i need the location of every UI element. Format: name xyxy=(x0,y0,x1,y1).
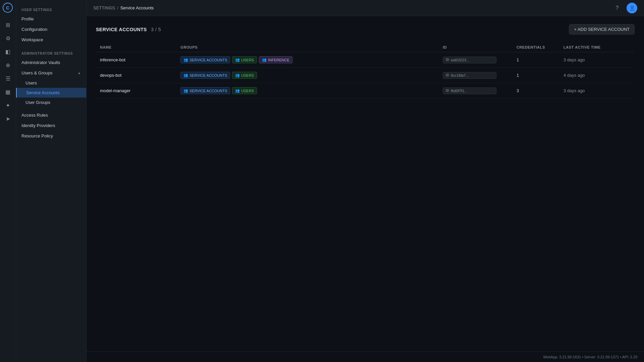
group-icon: 👥 xyxy=(183,88,188,93)
help-icon: ? xyxy=(616,5,619,11)
user-avatar[interactable]: 👤 xyxy=(627,3,637,13)
row-credentials: 1 xyxy=(517,57,564,62)
group-icon: 👥 xyxy=(183,73,188,77)
chevron-up-icon: ▲ xyxy=(77,71,81,75)
sidebar-item-configuration[interactable]: Configuration xyxy=(16,24,86,35)
row-groups: 👥 SERVICE ACCOUNTS 👥 USERS xyxy=(180,72,443,79)
row-id: ID f6d0f7f1... xyxy=(443,87,517,94)
sidebar-item-users-groups[interactable]: Users & Groups ▲ xyxy=(16,68,86,78)
sidebar-item-label: Profile xyxy=(21,16,34,21)
group-badge-svc-accounts: 👥 SERVICE ACCOUNTS xyxy=(180,87,230,94)
sidebar-item-workspace[interactable]: Workspace xyxy=(16,35,86,45)
add-service-account-button[interactable]: + ADD SERVICE ACCOUNT xyxy=(569,24,635,35)
sidebar-item-profile[interactable]: Profile xyxy=(16,14,86,24)
sidebar-sub-item-service-accounts[interactable]: Service Accounts xyxy=(16,88,86,98)
row-last-active: 4 days ago xyxy=(564,73,631,78)
nav-icon-network[interactable]: ⊕ xyxy=(2,59,14,71)
row-id: ID 9cc1fbb7... xyxy=(443,72,517,79)
avatar-icon: 👤 xyxy=(629,5,635,11)
sidebar-sub-item-users[interactable]: Users xyxy=(16,78,86,88)
sidebar-item-label: Users & Groups xyxy=(21,70,52,75)
group-badge-svc-accounts: 👥 SERVICE ACCOUNTS xyxy=(180,56,230,63)
id-prefix: ID xyxy=(446,58,449,62)
row-credentials: 3 xyxy=(517,88,564,93)
nav-icon-tools[interactable]: ✦ xyxy=(2,99,14,111)
id-value: ea81f223... xyxy=(451,58,469,62)
id-badge: ID f6d0f7f1... xyxy=(443,87,496,94)
breadcrumb: SETTINGS / Service Accounts xyxy=(93,5,154,10)
col-id: ID xyxy=(443,45,517,49)
col-name: NAME xyxy=(100,45,180,49)
sidebar-item-access-rules[interactable]: Access Rules xyxy=(16,110,86,120)
sidebar-sub-item-label: Users xyxy=(25,80,37,85)
col-credentials: CREDENTIALS xyxy=(517,45,564,49)
group-icon: 👥 xyxy=(183,58,188,62)
sidebar-sub-item-user-groups[interactable]: User Groups xyxy=(16,98,86,107)
group-badge-users: 👥 USERS xyxy=(232,87,257,94)
sidebar-item-label: Resource Policy xyxy=(21,133,53,138)
id-value: f6d0f7f1... xyxy=(451,89,467,93)
main-area: SETTINGS / Service Accounts ? 👤 SERVICE … xyxy=(87,0,644,362)
header: SETTINGS / Service Accounts ? 👤 xyxy=(87,0,644,16)
row-name: inference-bot xyxy=(100,57,180,62)
group-label: SERVICE ACCOUNTS xyxy=(190,89,227,93)
footer: WebApp: 3.21.99-1631 • Server: 3.21.99-1… xyxy=(87,351,644,362)
page-title: SERVICE ACCOUNTS 3 / 5 xyxy=(96,27,161,32)
svg-text:C: C xyxy=(6,5,9,10)
icon-bar: C ⊞ ⚙ ◧ ⊕ ☰ ▦ ✦ ➤ xyxy=(0,0,16,362)
id-badge: ID ea81f223... xyxy=(443,57,496,63)
nav-icon-arrow[interactable]: ➤ xyxy=(2,113,14,125)
sidebar: USER SETTINGS Profile Configuration Work… xyxy=(16,0,87,362)
sidebar-item-label: Administrator Vaults xyxy=(21,60,60,65)
id-badge: ID 9cc1fbb7... xyxy=(443,72,496,79)
breadcrumb-root: SETTINGS xyxy=(93,5,115,10)
group-label: INFERENCE xyxy=(268,58,289,62)
sidebar-item-resource-policy[interactable]: Resource Policy xyxy=(16,131,86,141)
row-name: model-manager xyxy=(100,88,180,93)
row-id: ID ea81f223... xyxy=(443,57,517,63)
table-row[interactable]: inference-bot 👥 SERVICE ACCOUNTS 👥 USERS… xyxy=(96,52,635,68)
id-prefix: ID xyxy=(446,73,449,77)
group-label: SERVICE ACCOUNTS xyxy=(190,73,227,77)
content-header: SERVICE ACCOUNTS 3 / 5 + ADD SERVICE ACC… xyxy=(96,24,635,35)
nav-icon-layers[interactable]: ◧ xyxy=(2,46,14,58)
row-last-active: 3 days ago xyxy=(564,88,631,93)
table-row[interactable]: model-manager 👥 SERVICE ACCOUNTS 👥 USERS… xyxy=(96,83,635,99)
id-value: 9cc1fbb7... xyxy=(451,73,469,77)
breadcrumb-separator: / xyxy=(117,5,118,10)
group-badge-inference: 👥 INFERENCE xyxy=(259,56,292,63)
row-groups: 👥 SERVICE ACCOUNTS 👥 USERS 👥 INFERENCE xyxy=(180,56,443,63)
count-badge: 3 / 5 xyxy=(151,27,161,32)
group-label: SERVICE ACCOUNTS xyxy=(190,58,227,62)
group-icon: 👥 xyxy=(235,73,240,77)
admin-settings-label: ADMINISTRATOR SETTINGS xyxy=(16,49,86,57)
group-badge-users: 👥 USERS xyxy=(232,72,257,79)
col-last-active: LAST ACTIVE TIME xyxy=(564,45,631,49)
sidebar-item-label: Workspace xyxy=(21,37,43,42)
sidebar-item-label: Identity Providers xyxy=(21,123,55,128)
help-button[interactable]: ? xyxy=(612,3,623,13)
title-text: SERVICE ACCOUNTS xyxy=(96,27,147,32)
sidebar-sub-item-label: User Groups xyxy=(25,100,50,105)
group-label: USERS xyxy=(241,58,254,62)
group-badge-svc-accounts: 👥 SERVICE ACCOUNTS xyxy=(180,72,230,79)
sidebar-item-identity-providers[interactable]: Identity Providers xyxy=(16,120,86,131)
group-icon: 👥 xyxy=(235,58,240,62)
row-credentials: 1 xyxy=(517,73,564,78)
version-info: WebApp: 3.21.99-1631 • Server: 3.21.99-1… xyxy=(543,355,637,359)
table-row[interactable]: devops-bot 👥 SERVICE ACCOUNTS 👥 USERS ID… xyxy=(96,68,635,83)
nav-icon-dashboard[interactable]: ⊞ xyxy=(2,19,14,31)
nav-icon-settings[interactable]: ⚙ xyxy=(2,32,14,44)
user-settings-label: USER SETTINGS xyxy=(16,5,86,14)
nav-icon-chart[interactable]: ▦ xyxy=(2,86,14,98)
col-groups: GROUPS xyxy=(180,45,443,49)
sidebar-item-label: Configuration xyxy=(21,27,47,32)
sidebar-item-admin-vaults[interactable]: Administrator Vaults xyxy=(16,57,86,68)
group-label: USERS xyxy=(241,73,254,77)
breadcrumb-current: Service Accounts xyxy=(120,5,154,10)
sidebar-item-label: Access Rules xyxy=(21,113,48,118)
app-logo[interactable]: C xyxy=(3,3,13,13)
content-area: SERVICE ACCOUNTS 3 / 5 + ADD SERVICE ACC… xyxy=(87,16,644,351)
nav-icon-menu[interactable]: ☰ xyxy=(2,72,14,84)
row-last-active: 3 days ago xyxy=(564,57,631,62)
